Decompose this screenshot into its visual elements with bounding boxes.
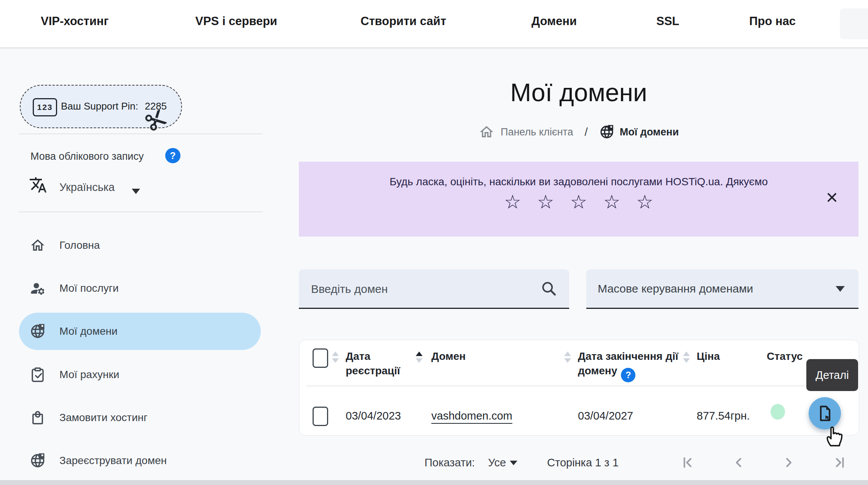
chevron-down-icon: [836, 286, 845, 292]
domain-link[interactable]: vashdomen.com: [431, 410, 512, 422]
rating-banner-message: Будь ласка, оцініть, наскільки ви задово…: [299, 176, 858, 188]
star-icon[interactable]: ☆: [570, 192, 587, 211]
language-help-icon[interactable]: ?: [165, 148, 180, 163]
sort-expiry-date[interactable]: [564, 351, 571, 363]
breadcrumb-current-label: Мої домени: [620, 126, 679, 138]
search-icon[interactable]: [540, 280, 557, 297]
cell-expiry-date: 03/04/2027: [578, 410, 633, 422]
next-page-button[interactable]: [781, 455, 796, 470]
sidebar-item-register-domain[interactable]: Зареєструвати домен: [19, 442, 261, 479]
last-page-button[interactable]: [832, 455, 847, 470]
sidebar-divider: [19, 134, 263, 134]
rating-banner: Будь ласка, оцініть, наскільки ви задово…: [299, 162, 858, 237]
support-pin-pill[interactable]: 123 Ваш Support Pin: 2285: [20, 85, 182, 128]
nav-ssl[interactable]: SSL: [656, 14, 679, 28]
translate-icon: [29, 176, 47, 194]
star-icon[interactable]: ☆: [504, 192, 521, 211]
sidebar-item-label: Мої домени: [59, 325, 118, 337]
breadcrumb-root-label: Панель клієнта: [501, 126, 573, 138]
star-icon[interactable]: ☆: [537, 192, 554, 211]
shopping-bag-icon: [30, 410, 46, 426]
domain-globe-icon: [30, 323, 46, 339]
row-checkbox[interactable]: [313, 407, 328, 426]
home-icon: [30, 237, 46, 253]
pin-123-icon: 123: [33, 98, 57, 116]
support-pin-text: Ваш Support Pin: 2285: [61, 100, 167, 112]
support-pin-label: Ваш Support Pin:: [61, 100, 138, 112]
column-header-status: Статус: [767, 349, 803, 364]
top-nav: VIP-хостинг VPS і сервери Створити сайт …: [0, 0, 868, 48]
sidebar-item-label: Мої рахунки: [59, 369, 119, 381]
column-header-price[interactable]: Ціна: [697, 349, 720, 364]
star-icon[interactable]: ☆: [636, 192, 653, 211]
domains-table-card: Дата реєстрації Домен Дата закінчення ді…: [299, 340, 859, 436]
prev-page-button[interactable]: [731, 455, 746, 470]
expiry-help-icon[interactable]: ?: [621, 368, 635, 382]
nav-vip-hosting[interactable]: VIP-хостинг: [41, 14, 108, 28]
column-header-domain[interactable]: Домен: [431, 349, 466, 364]
language-select[interactable]: Українська: [59, 181, 115, 194]
sort-registration-date[interactable]: [332, 351, 339, 363]
bulk-manage-dropdown[interactable]: Масове керування доменами: [586, 269, 858, 309]
sort-price[interactable]: [683, 351, 690, 363]
sidebar-item-label: Головна: [59, 239, 100, 251]
page-size-dropdown[interactable]: Усе: [488, 456, 517, 469]
domain-globe-icon: [30, 453, 46, 469]
breadcrumb-root[interactable]: Панель клієнта: [479, 124, 573, 140]
language-caret-icon[interactable]: [132, 189, 140, 194]
close-icon[interactable]: ×: [826, 187, 838, 207]
nav-create-site[interactable]: Створити сайт: [361, 14, 446, 28]
sidebar-item-my-invoices[interactable]: Мої рахунки: [19, 356, 261, 393]
show-label: Показати:: [424, 456, 475, 469]
hostiq-client-panel: VIP-хостинг VPS і сервери Створити сайт …: [0, 0, 868, 485]
search-input[interactable]: [310, 269, 533, 308]
domain-search-field: [299, 269, 569, 309]
sidebar-item-home[interactable]: Головна: [19, 227, 261, 264]
cell-price: 877.54грн.: [697, 410, 750, 422]
sidebar-item-my-domains[interactable]: Мої домени: [19, 313, 261, 350]
page-size-value: Усе: [488, 456, 506, 469]
sidebar-item-label: Зареєструвати домен: [59, 455, 167, 467]
bulk-manage-label: Масове керування доменами: [598, 282, 753, 295]
hand-cursor-icon: [822, 422, 847, 447]
select-all-checkbox[interactable]: [313, 348, 328, 368]
details-tooltip: Деталі: [806, 359, 858, 391]
corner-widget-fragment: [840, 8, 868, 39]
sidebar-divider: [19, 211, 263, 212]
sort-domain[interactable]: [416, 351, 423, 363]
sidebar-item-label: Замовити хостинг: [59, 412, 147, 424]
chevron-down-icon: [510, 461, 517, 465]
clipboard-check-icon: [30, 367, 46, 383]
sidebar-item-label: Мої послуги: [59, 282, 119, 294]
column-header-registration-date[interactable]: Дата реєстрації: [346, 349, 410, 378]
domain-globe-icon: [599, 124, 614, 140]
first-page-button[interactable]: [680, 455, 695, 470]
breadcrumb-separator: /: [584, 126, 587, 138]
breadcrumb-current: Мої домени: [599, 124, 679, 140]
status-badge: [771, 404, 785, 420]
home-icon: [479, 124, 495, 140]
cell-registration-date: 03/04/2023: [346, 410, 401, 422]
star-icon[interactable]: ☆: [603, 192, 620, 211]
language-section-label: Мова облікового запису: [30, 151, 144, 162]
breadcrumb: Панель клієнта / Мої домени: [299, 124, 858, 140]
document-arrow-icon: [816, 404, 834, 423]
nav-vps-servers[interactable]: VPS і сервери: [195, 14, 277, 28]
table-header-divider: [306, 386, 852, 386]
bottom-scrollbar[interactable]: [0, 480, 868, 485]
page-info: Сторінка 1 з 1: [547, 456, 619, 469]
nav-domains[interactable]: Домени: [531, 14, 577, 28]
sidebar-item-my-services[interactable]: Мої послуги: [19, 270, 261, 307]
sidebar-item-order-hosting[interactable]: Замовити хостинг: [19, 399, 261, 436]
column-header-expiry-date[interactable]: Дата закінчення дії домену?: [578, 349, 679, 382]
rating-stars: ☆ ☆ ☆ ☆ ☆: [299, 192, 858, 211]
nav-about[interactable]: Про нас: [749, 14, 796, 28]
page-title: Мої домени: [299, 78, 858, 107]
person-gear-icon: [30, 280, 46, 296]
